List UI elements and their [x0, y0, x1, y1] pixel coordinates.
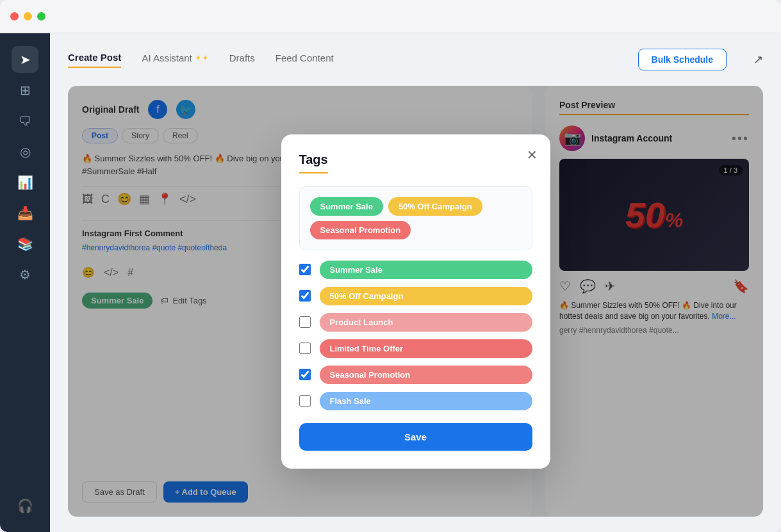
- tag-label-50off[interactable]: 50% Off Campaign: [320, 287, 532, 305]
- modal-overlay: Tags ✕ Summer Sale 50% Off Campaign Seas…: [68, 86, 763, 517]
- tags-checkbox-list: Summer Sale 50% Off Campaign Product Lau…: [299, 261, 532, 410]
- tag-item-summer-sale: Summer Sale: [299, 261, 532, 279]
- library-icon: 📚: [17, 236, 33, 252]
- sparkle-icon: ✦✦: [195, 53, 209, 63]
- checkbox-seasonal[interactable]: [299, 369, 311, 380]
- checkbox-50off[interactable]: [299, 290, 311, 302]
- checkbox-summer-sale[interactable]: [299, 264, 311, 275]
- tab-feed-content[interactable]: Feed Content: [275, 52, 334, 67]
- checkbox-flash-sale[interactable]: [299, 395, 311, 407]
- selected-tags-area: Summer Sale 50% Off Campaign Seasonal Pr…: [299, 186, 532, 250]
- tag-item-seasonal: Seasonal Promotion: [299, 366, 532, 384]
- tag-label-flash-sale[interactable]: Flash Sale: [320, 392, 532, 410]
- checkbox-limited-time[interactable]: [299, 343, 311, 354]
- analytics-icon: 📊: [17, 175, 33, 190]
- tag-item-limited-time: Limited Time Offer: [299, 339, 532, 358]
- checkbox-product-launch[interactable]: [299, 316, 311, 328]
- app-window: ➤ ⊞ 🗨 ◎ 📊 📥 📚 ⚙ 🎧: [0, 0, 781, 532]
- export-icon: ↗: [753, 53, 763, 66]
- sidebar-item-dashboard[interactable]: ⊞: [12, 77, 38, 104]
- inbox-icon: 📥: [17, 206, 33, 221]
- modal-title: Tags: [299, 152, 328, 173]
- sidebar-item-library[interactable]: 📚: [12, 230, 38, 257]
- selected-tag-50off[interactable]: 50% Off Campaign: [388, 197, 482, 216]
- export-button[interactable]: ↗: [753, 52, 763, 67]
- sidebar-item-help[interactable]: 🎧: [12, 492, 38, 519]
- sidebar-item-analytics[interactable]: 📊: [12, 169, 38, 196]
- send-icon: ➤: [20, 52, 31, 67]
- content-area: Original Draft f 🐦 Post Story Reel 🔥 Sum…: [68, 86, 763, 517]
- help-icon: 🎧: [17, 498, 33, 513]
- sidebar-item-posts[interactable]: 🗨: [12, 108, 38, 134]
- modal-save-button[interactable]: Save: [299, 423, 532, 451]
- app-body: ➤ ⊞ 🗨 ◎ 📊 📥 📚 ⚙ 🎧: [0, 33, 781, 532]
- dashboard-icon: ⊞: [20, 83, 31, 98]
- settings-icon: ⚙: [19, 267, 31, 282]
- tag-label-summer-sale[interactable]: Summer Sale: [320, 261, 532, 279]
- sidebar-item-inbox[interactable]: 📥: [12, 200, 38, 227]
- tab-bar: Create Post AI Assistant ✦✦ Drafts Feed …: [68, 49, 763, 70]
- tag-item-flash-sale: Flash Sale: [299, 392, 532, 410]
- tag-label-limited-time[interactable]: Limited Time Offer: [320, 339, 532, 358]
- tab-ai-assistant[interactable]: AI Assistant ✦✦: [142, 52, 208, 67]
- sidebar-item-settings[interactable]: ⚙: [12, 261, 38, 288]
- modal-close-button[interactable]: ✕: [527, 147, 538, 163]
- tab-create-post[interactable]: Create Post: [68, 52, 121, 68]
- tag-label-seasonal[interactable]: Seasonal Promotion: [320, 366, 532, 384]
- minimize-button[interactable]: [24, 12, 32, 20]
- sidebar: ➤ ⊞ 🗨 ◎ 📊 📥 📚 ⚙ 🎧: [0, 33, 50, 532]
- bulk-schedule-button[interactable]: Bulk Schedule: [638, 49, 727, 70]
- sidebar-item-network[interactable]: ◎: [12, 138, 38, 165]
- tag-item-product-launch: Product Launch: [299, 313, 532, 332]
- title-bar: [0, 0, 781, 33]
- selected-tag-seasonal[interactable]: Seasonal Promotion: [310, 221, 411, 239]
- selected-tag-summer-sale[interactable]: Summer Sale: [310, 197, 383, 216]
- maximize-button[interactable]: [37, 12, 45, 20]
- tag-item-50off: 50% Off Campaign: [299, 287, 532, 305]
- close-button[interactable]: [10, 12, 19, 20]
- tags-modal: Tags ✕ Summer Sale 50% Off Campaign Seas…: [281, 134, 550, 469]
- posts-icon: 🗨: [19, 114, 31, 129]
- sidebar-item-home[interactable]: ➤: [12, 46, 38, 73]
- main-content: Create Post AI Assistant ✦✦ Drafts Feed …: [50, 33, 781, 532]
- tab-drafts[interactable]: Drafts: [229, 52, 255, 67]
- network-icon: ◎: [20, 144, 31, 159]
- tag-label-product-launch[interactable]: Product Launch: [320, 313, 532, 332]
